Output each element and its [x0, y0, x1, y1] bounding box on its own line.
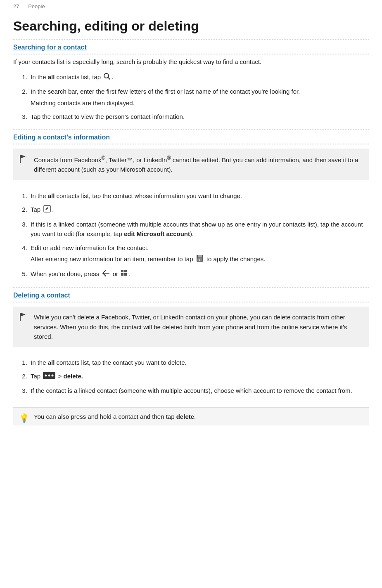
search-step-1-bold: all: [48, 73, 55, 80]
svg-point-5: [47, 207, 48, 208]
main-title: Searching, editing or deleting: [0, 11, 382, 39]
editing-step-5: When you're done, press or .: [29, 269, 369, 279]
deleting-step-3: If the contact is a linked contact (some…: [29, 386, 369, 395]
editing-note-box: Contacts from Facebook®, Twitter™, or Li…: [13, 149, 369, 180]
section-heading-deleting: Deleting a contact: [0, 288, 382, 302]
grid-icon: [121, 269, 128, 279]
deleting-step-1-bold: all: [48, 359, 55, 366]
svg-rect-7: [198, 255, 202, 257]
divider-bottom-deleting: [13, 302, 369, 302]
editing-step-4-sub: After entering new information for an it…: [31, 254, 369, 265]
section-heading-editing: Editing a contact’s information: [0, 130, 382, 144]
editing-step-3: If this is a linked contact (someone wit…: [29, 220, 369, 239]
back-icon: [102, 269, 110, 279]
page-number: 27: [13, 3, 19, 9]
deleting-note-box: While you can't delete a Facebook, Twitt…: [13, 307, 369, 347]
tip-bulb-icon: 💡: [19, 412, 29, 425]
editing-step-2: Tap .: [29, 205, 369, 215]
svg-rect-11: [121, 270, 123, 272]
section-heading-searching: Searching for a contact: [0, 40, 382, 54]
editing-steps-list: In the all contacts list, tap the contac…: [0, 189, 382, 287]
search-step-3: Tap the contact to view the person's con…: [29, 112, 369, 121]
deleting-step-1: In the all contacts list, tap the contac…: [29, 358, 369, 367]
editing-step-1: In the all contacts list, tap the contac…: [29, 191, 369, 201]
svg-point-19: [48, 375, 50, 377]
svg-rect-9: [199, 259, 200, 261]
svg-rect-15: [20, 313, 21, 321]
dots-icon: [43, 372, 55, 382]
search-step-1: In the all contacts list, tap .: [29, 72, 369, 83]
save-icon: [196, 254, 204, 265]
editing-step-4: Edit or add new information for the cont…: [29, 243, 369, 265]
search-step-2-sub: Matching contacts are then displayed.: [31, 98, 369, 108]
svg-marker-3: [21, 155, 26, 158]
search-intro: If your contacts list is especially long…: [0, 54, 382, 70]
svg-rect-14: [124, 273, 127, 276]
svg-rect-12: [124, 270, 127, 272]
svg-marker-16: [21, 313, 26, 316]
header-section: People: [28, 3, 45, 9]
svg-line-1: [108, 78, 110, 80]
edit-microsoft-bold: edit Microsoft account: [124, 230, 190, 237]
svg-point-20: [52, 375, 54, 377]
deleting-step-2: Tap > delete.: [29, 371, 369, 382]
svg-point-18: [45, 375, 47, 377]
svg-rect-2: [20, 155, 21, 163]
edit-icon: [43, 205, 51, 215]
divider-bottom-editing: [13, 144, 369, 144]
flag-icon: [19, 154, 26, 163]
page-header: 27 People: [0, 0, 382, 11]
search-steps-list: In the all contacts list, tap . In the s…: [0, 70, 382, 129]
search-icon: [103, 73, 111, 83]
flag-icon-2: [19, 312, 26, 321]
svg-rect-13: [121, 273, 123, 276]
editing-step-1-bold: all: [48, 192, 55, 199]
tip-delete-bold: delete: [176, 413, 194, 420]
tip-box: 💡 You can also press and hold a contact …: [13, 407, 369, 425]
search-step-2: In the search bar, enter the first few l…: [29, 87, 369, 108]
deleting-steps-list: In the all contacts list, tap the contac…: [0, 355, 382, 403]
deleting-step-2-bold: delete.: [63, 373, 83, 380]
